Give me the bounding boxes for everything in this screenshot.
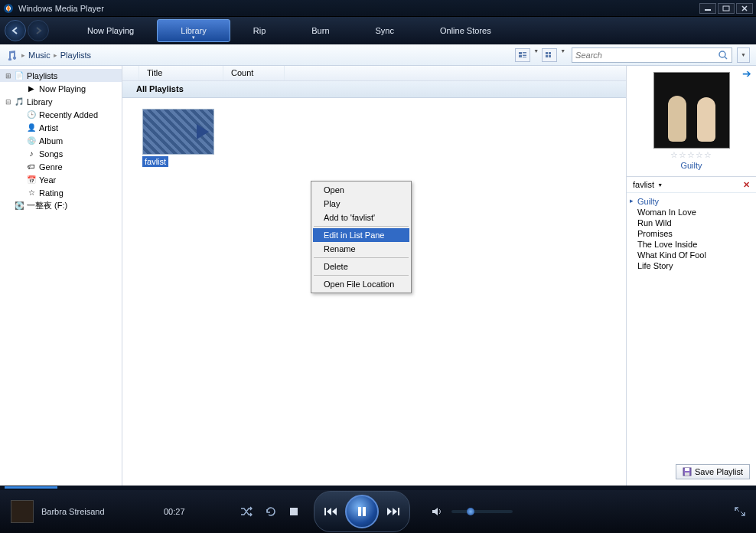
playlist-thumb-icon <box>142 109 214 155</box>
now-playing-artist: Barbra Streisand <box>41 507 164 516</box>
track-item[interactable]: What Kind Of Fool <box>631 250 751 260</box>
tree-item-library[interactable]: ⊟🎵Library <box>0 95 122 108</box>
track-item[interactable]: The Love Inside <box>631 239 751 250</box>
tab-now-playing[interactable]: Now Playing <box>64 17 157 44</box>
playlist-tile-label: favlist <box>142 156 168 167</box>
tree-expander-icon[interactable]: ⊟ <box>5 98 11 106</box>
tree-item-label: Library <box>27 97 53 106</box>
menu-separator <box>314 275 409 276</box>
nav-forward-button[interactable] <box>28 20 49 41</box>
title-bar: Windows Media Player <box>0 0 756 17</box>
tree-item-playlists[interactable]: ⊞📄Playlists <box>0 69 122 82</box>
dropdown-icon[interactable]: ▼ <box>559 48 567 62</box>
tree-expander-icon[interactable]: ⊞ <box>5 72 11 80</box>
clear-list-button[interactable]: ✕ <box>743 180 750 190</box>
minimize-button[interactable] <box>699 3 716 14</box>
tab-rip[interactable]: Rip <box>230 17 289 44</box>
menu-item-add-to-favlist-[interactable]: Add to 'favlist' <box>313 211 409 224</box>
seek-bar[interactable] <box>0 486 756 490</box>
tree-item-artist[interactable]: 👤Artist <box>0 121 122 134</box>
previous-button[interactable] <box>318 501 344 522</box>
breadcrumb-separator-icon: ▸ <box>21 51 25 59</box>
column-title[interactable]: Title <box>139 66 223 80</box>
recent-icon: 🕒 <box>26 110 37 120</box>
tree-item-year[interactable]: 📅Year <box>0 173 122 186</box>
rating-icon: ☆ <box>26 188 37 198</box>
column-blank[interactable] <box>122 66 139 80</box>
menu-item-rename[interactable]: Rename <box>313 242 409 256</box>
svg-rect-9 <box>523 57 526 57</box>
svg-rect-22 <box>398 508 399 515</box>
disk-icon <box>683 467 692 476</box>
playlist-name[interactable]: favlist <box>633 180 654 189</box>
shuffle-button[interactable] <box>240 506 254 517</box>
search-icon[interactable] <box>718 50 728 60</box>
tree-item-album[interactable]: 💿Album <box>0 134 122 147</box>
tab-sync[interactable]: Sync <box>353 17 417 44</box>
elapsed-time: 00:27 <box>164 507 210 516</box>
track-item[interactable]: Run Wild <box>631 217 751 228</box>
svg-rect-3 <box>723 6 729 11</box>
breadcrumb-item[interactable]: Music <box>28 51 51 60</box>
close-button[interactable] <box>736 3 753 14</box>
tree-item-genre[interactable]: 🏷Genre <box>0 160 122 173</box>
save-playlist-button[interactable]: Save Playlist <box>676 464 750 479</box>
app-title: Windows Media Player <box>18 4 104 13</box>
svg-rect-2 <box>705 9 711 11</box>
fullscreen-button[interactable] <box>735 507 745 516</box>
menu-item-delete[interactable]: Delete <box>313 260 409 273</box>
svg-rect-16 <box>685 468 689 471</box>
tree-item-songs[interactable]: ♪Songs <box>0 147 122 160</box>
repeat-button[interactable] <box>265 506 279 517</box>
nav-back-button[interactable] <box>5 20 26 41</box>
maximize-button[interactable] <box>718 3 735 14</box>
tree-item-label: Year <box>39 175 56 185</box>
player-bar: Barbra Streisand 00:27 <box>0 490 756 533</box>
album-art[interactable] <box>653 72 730 149</box>
list-pane: ➔ ☆☆☆☆☆ Guilty favlist ▼ ✕ GuiltyWoman I… <box>626 66 756 486</box>
breadcrumb-row: ▸Music▸Playlists ▼ ▼ ▼ <box>0 44 756 66</box>
play-pause-button[interactable] <box>345 495 379 528</box>
dropdown-icon[interactable]: ▼ <box>532 48 540 62</box>
rating-stars[interactable]: ☆☆☆☆☆ <box>670 150 712 160</box>
tree-item-label: Genre <box>39 162 63 172</box>
stop-button[interactable] <box>289 507 303 516</box>
menu-item-edit-in-list-pane[interactable]: Edit in List Pane <box>313 228 409 242</box>
context-menu: OpenPlayAdd to 'favlist'Edit in List Pan… <box>311 181 412 293</box>
tree-item--f-[interactable]: 💽一整夜 (F:) <box>0 199 122 212</box>
artist-icon: 👤 <box>26 123 37 133</box>
tree-item-now-playing[interactable]: ▶Now Playing <box>0 82 122 95</box>
svg-rect-13 <box>549 55 551 57</box>
search-dropdown-icon[interactable]: ▼ <box>737 47 750 63</box>
mute-button[interactable] <box>432 507 445 516</box>
expand-arrow-icon[interactable]: ➔ <box>742 67 751 80</box>
svg-rect-21 <box>363 507 366 516</box>
tab-burn[interactable]: Burn <box>288 17 352 44</box>
next-button[interactable] <box>380 501 406 522</box>
tab-library[interactable]: Library <box>157 19 230 42</box>
playlist-tile[interactable]: favlist <box>142 109 214 167</box>
tree-item-label: Recently Added <box>39 110 98 119</box>
menu-item-play[interactable]: Play <box>313 197 409 211</box>
tab-online-stores[interactable]: Online Stores <box>417 17 514 44</box>
track-item[interactable]: Life Story <box>631 260 751 271</box>
track-item[interactable]: Guilty <box>631 196 751 207</box>
menu-item-open[interactable]: Open <box>313 183 409 197</box>
track-item[interactable]: Woman In Love <box>631 207 751 217</box>
svg-rect-12 <box>546 55 548 57</box>
volume-slider[interactable] <box>451 510 513 513</box>
svg-rect-11 <box>549 52 551 54</box>
album-name-link[interactable]: Guilty <box>680 161 702 170</box>
chevron-down-icon[interactable]: ▼ <box>657 182 663 188</box>
tree-item-rating[interactable]: ☆Rating <box>0 186 122 199</box>
view-layout-button[interactable] <box>515 48 530 62</box>
search-input[interactable] <box>575 51 718 60</box>
view-options-button[interactable] <box>542 48 557 62</box>
tree-item-recently-added[interactable]: 🕒Recently Added <box>0 108 122 121</box>
menu-item-open-file-location[interactable]: Open File Location <box>313 277 409 291</box>
track-item[interactable]: Promises <box>631 228 751 239</box>
column-count[interactable]: Count <box>223 66 285 80</box>
tree-item-label: Album <box>39 136 63 146</box>
breadcrumb-item[interactable]: Playlists <box>60 51 91 60</box>
search-box[interactable] <box>572 47 732 63</box>
